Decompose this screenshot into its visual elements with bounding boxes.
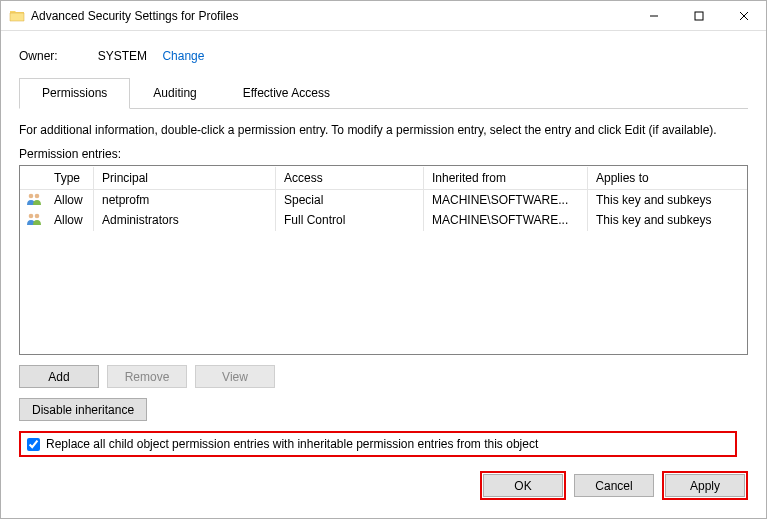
apply-button[interactable]: Apply	[665, 474, 745, 497]
tabs: Permissions Auditing Effective Access	[19, 77, 748, 109]
svg-point-4	[29, 193, 34, 198]
replace-child-entries-checkbox[interactable]	[27, 438, 40, 451]
entries-label: Permission entries:	[19, 147, 748, 161]
owner-label: Owner:	[19, 49, 58, 63]
svg-rect-1	[695, 12, 703, 20]
svg-point-5	[35, 193, 40, 198]
col-inherited[interactable]: Inherited from	[424, 167, 588, 189]
window-title: Advanced Security Settings for Profiles	[31, 9, 238, 23]
users-icon	[20, 208, 46, 233]
remove-button: Remove	[107, 365, 187, 388]
disable-inheritance-button[interactable]: Disable inheritance	[19, 398, 147, 421]
ok-button[interactable]: OK	[483, 474, 563, 497]
owner-value: SYSTEM	[98, 49, 147, 63]
view-button: View	[195, 365, 275, 388]
permission-entries-list[interactable]: Type Principal Access Inherited from App…	[19, 165, 748, 355]
maximize-button[interactable]	[676, 1, 721, 31]
minimize-button[interactable]	[631, 1, 676, 31]
tab-auditing[interactable]: Auditing	[130, 78, 219, 109]
svg-point-6	[29, 213, 34, 218]
folder-icon	[9, 8, 25, 24]
col-type[interactable]: Type	[46, 167, 94, 189]
col-principal[interactable]: Principal	[94, 167, 276, 189]
tab-effective-access[interactable]: Effective Access	[220, 78, 353, 109]
tab-permissions[interactable]: Permissions	[19, 78, 130, 109]
table-row[interactable]: Allow netprofm Special MACHINE\SOFTWARE.…	[20, 190, 747, 210]
close-button[interactable]	[721, 1, 766, 31]
entries-header: Type Principal Access Inherited from App…	[20, 166, 747, 190]
titlebar: Advanced Security Settings for Profiles	[1, 1, 766, 31]
add-button[interactable]: Add	[19, 365, 99, 388]
info-text: For additional information, double-click…	[19, 123, 748, 137]
table-row[interactable]: Allow Administrators Full Control MACHIN…	[20, 210, 747, 230]
svg-point-7	[35, 213, 40, 218]
replace-child-entries-label: Replace all child object permission entr…	[46, 437, 538, 451]
change-owner-link[interactable]: Change	[162, 49, 204, 63]
col-applies[interactable]: Applies to	[588, 167, 747, 189]
col-access[interactable]: Access	[276, 167, 424, 189]
replace-child-entries-row[interactable]: Replace all child object permission entr…	[19, 431, 737, 457]
cancel-button[interactable]: Cancel	[574, 474, 654, 497]
